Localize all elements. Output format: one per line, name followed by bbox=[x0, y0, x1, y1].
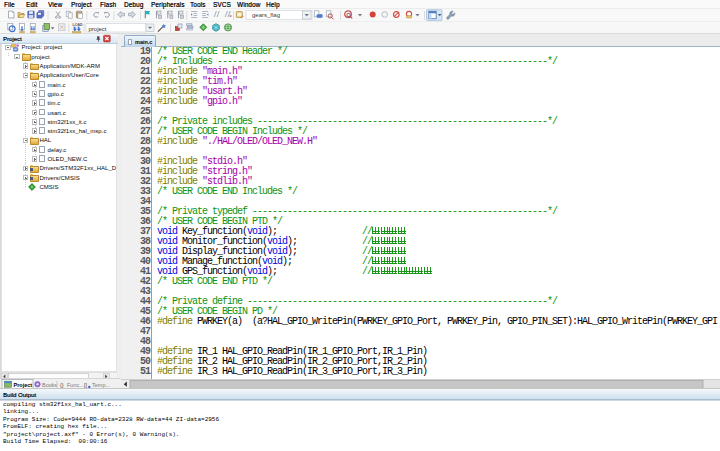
svg-text:project: project bbox=[89, 26, 107, 32]
svg-text:Q: Q bbox=[346, 12, 351, 18]
svg-text:gears_flag: gears_flag bbox=[252, 12, 280, 18]
svg-text:LOAD: LOAD bbox=[73, 23, 84, 27]
